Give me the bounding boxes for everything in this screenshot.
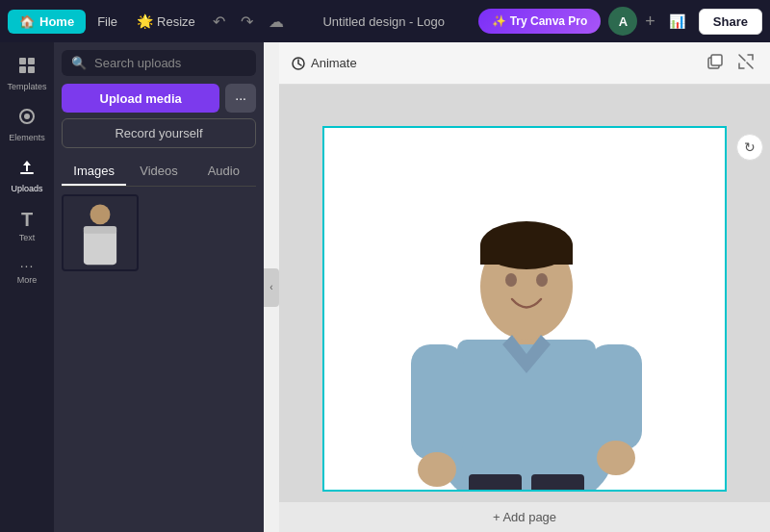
elements-label: Elements xyxy=(9,133,45,142)
rotate-icon: ↻ xyxy=(744,139,756,155)
resize-label: Resize xyxy=(157,14,195,29)
upload-media-label: Upload media xyxy=(100,91,182,106)
upload-more-button[interactable]: ··· xyxy=(225,84,256,113)
pro-emoji: ✨ xyxy=(492,14,506,28)
canvas-frame xyxy=(322,126,727,492)
file-button[interactable]: File xyxy=(90,10,125,34)
svg-rect-6 xyxy=(20,172,34,174)
canvas-area: Animate xyxy=(279,42,770,532)
upload-media-row: Upload media ··· xyxy=(62,84,256,113)
record-button[interactable]: Record yourself xyxy=(62,118,256,148)
share-button[interactable]: Share xyxy=(699,9,762,35)
sidebar-item-elements[interactable]: Elements xyxy=(4,101,50,148)
more-icon: ··· xyxy=(20,258,35,273)
tab-audio[interactable]: Audio xyxy=(192,158,256,186)
sidebar-item-more[interactable]: ··· More xyxy=(4,252,50,291)
uploads-grid xyxy=(62,194,256,524)
tab-audio-label: Audio xyxy=(208,164,240,178)
tab-images[interactable]: Images xyxy=(62,158,126,186)
svg-rect-23 xyxy=(589,344,642,450)
record-label: Record yourself xyxy=(115,126,202,140)
svg-rect-0 xyxy=(19,58,26,64)
redo-button[interactable]: ↷ xyxy=(235,9,259,35)
topbar-right: ✨ Try Canva Pro A + 📊 Share xyxy=(478,7,762,36)
search-icon: 🔍 xyxy=(71,56,87,70)
user-avatar[interactable]: A xyxy=(608,7,637,36)
sidebar-item-text[interactable]: T Text xyxy=(4,203,50,248)
canvas-copy-button[interactable] xyxy=(703,49,728,78)
canvas-toolbar-right xyxy=(703,49,758,78)
avatar-letter: A xyxy=(619,14,628,29)
canvas-toolbar: Animate xyxy=(279,42,770,85)
tab-images-label: Images xyxy=(73,164,115,178)
thumbnail-preview xyxy=(64,196,137,269)
canvas-expand-button[interactable] xyxy=(733,49,758,78)
topbar: 🏠 Home File 🌟 Resize ↶ ↷ ☁ Untitled desi… xyxy=(0,0,770,42)
icon-sidebar: Templates Elements Uploads T Text xyxy=(0,42,54,532)
home-label: Home xyxy=(39,14,74,29)
hide-panel-button[interactable]: ‹ xyxy=(264,268,279,307)
templates-label: Templates xyxy=(7,82,46,91)
animate-label: Animate xyxy=(311,56,357,70)
add-team-button[interactable]: + xyxy=(645,12,655,32)
uploads-panel: 🔍 Upload media ··· Record yourself Image… xyxy=(54,42,264,532)
home-button[interactable]: 🏠 Home xyxy=(8,10,86,34)
upload-thumbnail[interactable] xyxy=(62,194,139,271)
sidebar-item-uploads[interactable]: Uploads xyxy=(4,152,50,199)
undo-button[interactable]: ↶ xyxy=(207,9,231,35)
animate-icon xyxy=(291,56,306,71)
try-pro-label: Try Canva Pro xyxy=(510,14,588,28)
elements-icon xyxy=(17,107,37,131)
svg-point-25 xyxy=(597,441,635,475)
design-title[interactable]: Untitled design - Logo xyxy=(322,14,444,29)
svg-point-24 xyxy=(418,452,456,487)
text-label: Text xyxy=(19,233,36,242)
cloud-save-button[interactable]: ☁ xyxy=(263,9,290,35)
animate-button[interactable]: Animate xyxy=(291,56,357,71)
tab-videos[interactable]: Videos xyxy=(126,158,191,186)
svg-rect-13 xyxy=(711,55,722,65)
uploads-label: Uploads xyxy=(11,184,42,193)
svg-rect-1 xyxy=(28,58,35,64)
svg-rect-3 xyxy=(28,66,35,73)
resize-emoji: 🌟 xyxy=(137,13,153,29)
add-page-bar[interactable]: + Add page xyxy=(279,502,770,532)
upload-more-icon: ··· xyxy=(235,90,246,106)
rotate-canvas-button[interactable]: ↻ xyxy=(736,134,763,161)
add-page-label: + Add page xyxy=(493,510,556,524)
topbar-left: 🏠 Home File 🌟 Resize ↶ ↷ ☁ xyxy=(8,9,290,35)
canvas-workspace[interactable]: ↻ xyxy=(279,85,770,532)
resize-button[interactable]: 🌟 Resize xyxy=(129,9,203,34)
svg-point-8 xyxy=(90,204,111,224)
try-pro-button[interactable]: ✨ Try Canva Pro xyxy=(478,9,602,34)
topbar-center: Untitled design - Logo xyxy=(295,14,473,29)
more-label: More xyxy=(17,275,38,285)
search-input[interactable] xyxy=(94,56,256,70)
analytics-icon: 📊 xyxy=(669,13,685,29)
upload-media-button[interactable]: Upload media xyxy=(62,84,219,113)
svg-rect-27 xyxy=(531,474,584,492)
main-layout: Templates Elements Uploads T Text xyxy=(0,42,770,532)
file-label: File xyxy=(97,14,117,29)
copy-icon xyxy=(706,57,724,73)
svg-point-5 xyxy=(24,114,30,119)
hide-panel-icon: ‹ xyxy=(270,282,272,292)
analytics-button[interactable]: 📊 xyxy=(663,10,691,33)
svg-point-21 xyxy=(536,273,548,287)
media-tabs: Images Videos Audio xyxy=(62,158,256,187)
svg-rect-10 xyxy=(84,226,116,234)
svg-rect-19 xyxy=(480,245,573,265)
svg-rect-26 xyxy=(469,474,522,492)
canvas-person-image xyxy=(324,128,727,492)
svg-rect-22 xyxy=(411,344,464,460)
templates-icon xyxy=(17,56,37,80)
uploads-icon xyxy=(17,158,37,182)
expand-icon xyxy=(737,57,755,73)
home-icon: 🏠 xyxy=(19,14,35,29)
tab-videos-label: Videos xyxy=(140,164,178,178)
search-box: 🔍 xyxy=(62,50,256,76)
svg-point-20 xyxy=(505,273,517,287)
svg-rect-2 xyxy=(19,66,26,73)
sidebar-item-templates[interactable]: Templates xyxy=(4,50,50,97)
text-icon: T xyxy=(21,209,33,231)
